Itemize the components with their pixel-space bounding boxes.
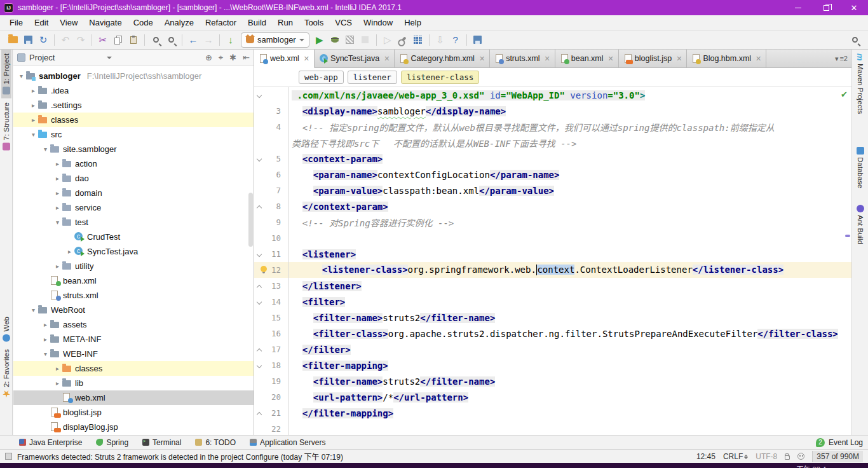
readonly-lock-icon[interactable] — [785, 455, 790, 460]
tab-bloglist-jsp[interactable]: bloglist.jsp✕ — [619, 50, 688, 67]
project-view-dropdown-icon[interactable] — [107, 57, 112, 59]
tree-item-crudtest[interactable]: CrudTest — [13, 230, 254, 244]
tree-item-domain[interactable]: ▸domain — [13, 186, 254, 200]
toggle-toolwindows-icon[interactable] — [5, 453, 12, 460]
tree-item-webroot[interactable]: ▾WebRoot — [13, 303, 254, 317]
tool-window-button-terminal[interactable]: Terminal — [142, 438, 181, 447]
menu-item-tools[interactable]: Tools — [299, 16, 329, 29]
tree-item--settings[interactable]: ▸.settings — [13, 98, 254, 113]
tab-category-hbm-xml[interactable]: Category.hbm.xml✕ — [395, 50, 490, 67]
breadcrumb-listener[interactable]: listener — [348, 71, 397, 84]
tree-closed-arrow-icon[interactable]: ▸ — [53, 380, 62, 387]
stripe-button-database[interactable]: Database — [855, 143, 865, 192]
line-ending-selector[interactable]: CRLF — [723, 452, 748, 461]
tab-synctest-java[interactable]: SyncTest.java✕ — [315, 50, 395, 67]
settings-gear-icon[interactable]: ✱ — [229, 53, 236, 62]
tree-item-site-sambloger[interactable]: ▾site.sambloger — [13, 142, 254, 156]
help-icon[interactable]: ? — [449, 33, 463, 47]
code-editor[interactable]: .com/xml/ns/javaee/web-app_3_0.xsd" id="… — [254, 87, 851, 435]
tree-open-arrow-icon[interactable]: ▾ — [41, 146, 50, 153]
tab-blog-hbm-xml[interactable]: Blog.hbm.xml✕ — [687, 50, 766, 67]
tree-item-test[interactable]: ▾test — [13, 215, 254, 230]
stripe-button-2-favorites[interactable]: 2: Favorites — [1, 345, 11, 401]
tab-bean-xml[interactable]: bean.xml✕ — [555, 50, 619, 67]
tree-closed-arrow-icon[interactable]: ▸ — [29, 102, 37, 109]
tree-item-lib[interactable]: ▸lib — [13, 376, 254, 390]
menu-item-edit[interactable]: Edit — [29, 16, 54, 29]
tree-closed-arrow-icon[interactable]: ▸ — [53, 160, 62, 167]
tree-item-service[interactable]: ▸service — [13, 200, 254, 215]
tree-item-action[interactable]: ▸action — [13, 156, 254, 171]
menu-item-code[interactable]: Code — [128, 16, 159, 29]
breadcrumb-listener-class[interactable]: listener-class — [401, 71, 479, 84]
settings-wrench-icon[interactable] — [396, 33, 410, 47]
menu-item-help[interactable]: Help — [398, 16, 427, 29]
tool-window-button-spring[interactable]: Spring — [96, 438, 128, 447]
tree-item-web-inf[interactable]: ▾WEB-INF — [13, 347, 254, 361]
menu-item-file[interactable]: File — [4, 16, 29, 29]
tree-open-arrow-icon[interactable]: ▾ — [29, 131, 37, 138]
tree-item-dao[interactable]: ▸dao — [13, 171, 254, 186]
tree-item-bloglist-jsp[interactable]: bloglist.jsp — [13, 405, 254, 420]
fold-marker[interactable] — [254, 341, 264, 357]
project-structure-icon[interactable] — [411, 33, 425, 47]
save-all-icon[interactable] — [21, 33, 35, 47]
open-folder-icon[interactable] — [6, 33, 20, 47]
tree-closed-arrow-icon[interactable]: ▸ — [29, 87, 37, 94]
tree-open-arrow-icon[interactable]: ▾ — [29, 306, 37, 313]
tool-window-button-event-log[interactable]: Event Log — [829, 438, 863, 447]
tree-item-displayblog-jsp[interactable]: displayBlog.jsp — [13, 420, 254, 434]
replace-icon[interactable] — [164, 33, 178, 47]
fold-marker[interactable] — [254, 357, 264, 373]
tab-close-icon[interactable]: ✕ — [676, 55, 682, 63]
tree-closed-arrow-icon[interactable]: ▸ — [53, 204, 62, 211]
tree-open-arrow-icon[interactable]: ▾ — [41, 350, 50, 357]
menu-item-navigate[interactable]: Navigate — [83, 16, 127, 29]
stripe-button-web[interactable]: Web — [1, 313, 11, 345]
tool-window-button-java-enterprise[interactable]: Java Enterprise — [19, 438, 82, 447]
menu-item-window[interactable]: Window — [358, 16, 398, 29]
minimize-button[interactable] — [784, 0, 812, 15]
debug-icon[interactable] — [328, 33, 342, 47]
stripe-button-ant-build[interactable]: Ant Build — [855, 201, 865, 248]
tab-close-icon[interactable]: ✕ — [384, 55, 390, 63]
tool-window-button-application-servers[interactable]: Application Servers — [250, 438, 325, 447]
hector-inspector-icon[interactable] — [797, 453, 804, 460]
tree-item-src[interactable]: ▾src — [13, 127, 254, 142]
menu-item-vcs[interactable]: VCS — [329, 16, 358, 29]
tree-closed-arrow-icon[interactable]: ▸ — [53, 175, 62, 182]
restore-button[interactable] — [812, 0, 840, 15]
coverage-icon[interactable] — [343, 33, 357, 47]
menu-item-analyze[interactable]: Analyze — [159, 16, 200, 29]
fold-marker[interactable] — [254, 405, 264, 421]
tab-close-icon[interactable]: ✕ — [608, 55, 614, 63]
intention-bulb-icon[interactable] — [261, 266, 267, 272]
back-icon[interactable]: ← — [186, 33, 200, 47]
hidden-tabs-indicator[interactable]: ▾≡2 — [835, 50, 851, 67]
menu-item-run[interactable]: Run — [272, 16, 299, 29]
project-panel-title[interactable]: Project — [17, 53, 55, 62]
tab-close-icon[interactable]: ✕ — [304, 55, 309, 63]
locate-icon[interactable]: ⊕ — [205, 53, 212, 62]
tree-item-bean-xml[interactable]: bean.xml — [13, 273, 254, 288]
tab-struts-xml[interactable]: struts.xml✕ — [490, 50, 555, 67]
tree-item-struts-xml[interactable]: struts.xml — [13, 288, 254, 303]
stripe-button-maven-projects[interactable]: mMaven Projects — [854, 50, 866, 118]
fold-marker[interactable] — [254, 198, 264, 214]
fold-marker[interactable] — [254, 278, 264, 294]
tree-item-classes[interactable]: ▸classes — [13, 113, 254, 127]
tree-item-classes[interactable]: ▸classes — [13, 361, 254, 376]
tab-close-icon[interactable]: ✕ — [756, 55, 761, 63]
collapse-all-icon[interactable]: ⌖ — [219, 53, 223, 63]
run-icon[interactable]: ▶ — [313, 33, 327, 47]
run-configuration-combo[interactable]: sambloger — [241, 32, 309, 48]
tree-closed-arrow-icon[interactable]: ▸ — [53, 263, 62, 270]
fold-marker[interactable] — [254, 246, 264, 262]
inspection-status-icon[interactable]: ✔ — [841, 90, 848, 99]
tab-close-icon[interactable]: ✕ — [479, 55, 485, 63]
tool-window-button-6-todo[interactable]: 6: TODO — [195, 438, 236, 447]
fold-marker[interactable] — [254, 294, 264, 310]
paste-icon[interactable] — [126, 33, 140, 47]
tree-item--idea[interactable]: ▸.idea — [13, 83, 254, 98]
tree-closed-arrow-icon[interactable]: ▸ — [65, 248, 74, 255]
